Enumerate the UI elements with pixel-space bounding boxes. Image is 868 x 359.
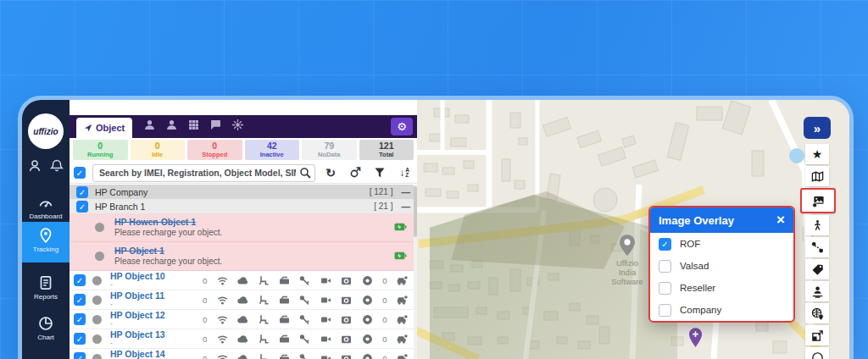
key-icon	[299, 353, 310, 359]
user-icon[interactable]	[28, 159, 42, 176]
object-name[interactable]: HP Object 10	[110, 272, 191, 282]
object-row[interactable]: HP Object 11- 0 0	[70, 290, 417, 310]
chip-inactive[interactable]: 42Inactive	[245, 140, 300, 160]
option-checkbox[interactable]	[659, 260, 671, 273]
counter: 0	[382, 354, 387, 359]
close-icon[interactable]: ×	[776, 212, 785, 229]
overlay-option-valsad[interactable]: Valsad	[650, 255, 793, 277]
search-input[interactable]	[92, 164, 315, 182]
object-name[interactable]: HP Howen Object 1	[114, 217, 222, 228]
uffizio-logo[interactable]: uffizio	[28, 113, 64, 149]
clustering-button[interactable]	[805, 281, 829, 301]
recharge-icon[interactable]	[394, 220, 407, 235]
group-row-company[interactable]: HP Company [ 121 ] —	[70, 185, 417, 199]
chat-icon[interactable]	[210, 119, 221, 134]
overlay-option-company[interactable]: Company	[650, 299, 793, 321]
object-name[interactable]: HP Object 11	[110, 291, 191, 301]
option-checkbox[interactable]	[659, 238, 671, 251]
sort-az-icon[interactable]: ↓ AZ	[396, 164, 413, 181]
tab-object[interactable]: Object	[76, 118, 132, 138]
more-tools-button[interactable]	[805, 347, 829, 359]
chart-icon	[38, 316, 53, 331]
car-lock-icon	[397, 275, 408, 286]
passenger-icon[interactable]	[166, 119, 177, 134]
car-lock-icon	[397, 314, 408, 325]
recharge-message: Please recharge your object.	[114, 257, 222, 268]
cloud-icon	[237, 295, 248, 306]
object-name[interactable]: HP Object 1	[114, 246, 222, 257]
grid-icon[interactable]	[188, 119, 199, 134]
overlay-option-rof[interactable]: ROF	[650, 233, 793, 255]
option-checkbox[interactable]	[659, 304, 671, 317]
chip-idle[interactable]: 0Idle	[131, 140, 186, 160]
row-checkbox[interactable]	[74, 313, 86, 325]
option-label: Valsad	[680, 261, 709, 271]
refresh-icon[interactable]	[322, 164, 339, 181]
object-name[interactable]: HP Object 13	[110, 330, 191, 340]
sidebar-item-reports[interactable]: Reports	[22, 269, 70, 303]
collapse-toggle[interactable]: —	[402, 202, 411, 212]
overlay-option-reseller[interactable]: Reseller	[650, 277, 793, 299]
speed-limit-icon	[362, 353, 373, 359]
row-checkbox[interactable]	[74, 274, 86, 286]
sidebar-item-dashboard[interactable]: Dashboard	[22, 190, 70, 220]
chip-nodata[interactable]: 79NoData	[302, 140, 357, 160]
group-checkbox[interactable]	[76, 186, 88, 198]
alert-row[interactable]: HP Object 1 Please recharge your object.	[70, 242, 417, 271]
settings-gear-button[interactable]	[391, 118, 413, 135]
street-view-button[interactable]	[805, 215, 829, 235]
poi-star-button[interactable]	[805, 144, 829, 164]
counter: 0	[203, 334, 207, 344]
group-name[interactable]: HP Branch 1	[95, 202, 145, 212]
counter: 0	[382, 334, 387, 344]
sidebar-item-chart[interactable]: Chart	[22, 310, 70, 344]
collapse-panel-button[interactable]	[804, 117, 831, 139]
bell-icon[interactable]	[50, 159, 64, 176]
wifi-icon	[217, 334, 228, 345]
select-all-checkbox[interactable]	[74, 167, 86, 179]
alert-row[interactable]: HP Howen Object 1 Please recharge your o…	[70, 213, 417, 242]
chip-stopped[interactable]: 0Stopped	[187, 140, 242, 160]
filter-icon[interactable]	[371, 164, 388, 181]
chip-total[interactable]: 121Total	[359, 140, 415, 160]
wifi-icon	[217, 353, 228, 359]
reports-icon	[38, 275, 53, 290]
video-camera-icon	[320, 353, 331, 359]
route-button[interactable]	[805, 237, 829, 257]
status-dot	[95, 223, 104, 232]
circle-arrow-icon[interactable]	[347, 164, 364, 181]
collapse-toggle[interactable]: —	[402, 187, 411, 197]
video-camera-icon	[320, 295, 331, 306]
row-checkbox[interactable]	[74, 333, 86, 345]
chip-running[interactable]: 0Running	[73, 140, 128, 160]
fit-screen-button[interactable]	[805, 325, 829, 345]
sidebar-item-tracking[interactable]: Tracking	[22, 222, 70, 262]
label-tag-button[interactable]	[805, 259, 829, 279]
map-type-button[interactable]	[805, 166, 829, 186]
speed-limit-icon	[362, 334, 373, 345]
map-pin-hospital[interactable]	[688, 327, 703, 351]
sidebar-item-label: Dashboard	[29, 213, 62, 220]
object-row[interactable]: HP Object 12- 0 0	[70, 310, 417, 329]
object-row[interactable]: HP Object 10- 0 0	[70, 271, 417, 290]
group-checkbox[interactable]	[76, 201, 88, 213]
row-checkbox[interactable]	[74, 352, 86, 359]
image-overlay-button[interactable]	[800, 188, 836, 213]
group-row-branch[interactable]: HP Branch 1 [ 21 ] —	[70, 199, 417, 213]
group-name[interactable]: HP Company	[95, 187, 147, 197]
object-row[interactable]: HP Object 13- 0 0	[70, 329, 417, 349]
network-icon[interactable]	[232, 119, 243, 134]
recharge-icon[interactable]	[394, 249, 407, 264]
option-checkbox[interactable]	[659, 282, 671, 295]
sidebar-item-label: Chart	[37, 334, 54, 341]
object-name[interactable]: HP Object 12	[110, 311, 191, 321]
driver-icon[interactable]	[144, 119, 155, 134]
seat-icon	[259, 295, 270, 306]
object-row[interactable]: HP Object 14- 0 0	[70, 349, 417, 359]
map-pin-gray[interactable]	[619, 234, 636, 260]
object-name[interactable]: HP Object 14	[110, 350, 191, 359]
row-checkbox[interactable]	[74, 294, 86, 306]
geofence-globe-button[interactable]	[805, 303, 829, 323]
popup-header[interactable]: Image Overlay ×	[650, 207, 793, 233]
camera-icon	[341, 314, 352, 325]
